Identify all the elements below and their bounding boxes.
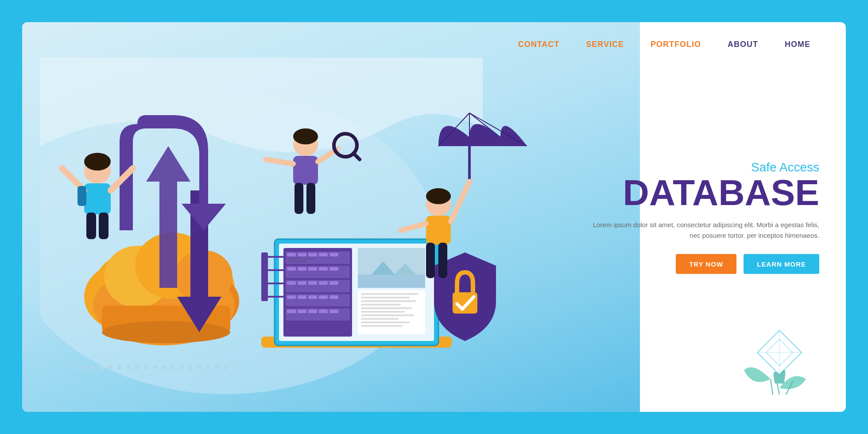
svg-point-94 [426,188,451,204]
svg-point-110 [162,365,166,370]
svg-rect-35 [329,281,338,285]
svg-rect-20 [319,253,328,256]
svg-point-100 [73,365,78,370]
svg-rect-80 [293,156,318,185]
svg-rect-32 [298,281,306,285]
svg-point-116 [215,365,219,370]
svg-point-112 [179,365,184,370]
svg-rect-96 [426,243,435,278]
svg-point-104 [108,365,113,370]
svg-rect-19 [308,253,317,256]
page-container: CONTACT SERVICE PORTFOLIO ABOUT HOME [22,22,846,412]
svg-rect-33 [308,281,317,285]
try-now-button[interactable]: TRY NOW [676,254,736,274]
svg-point-113 [188,365,193,370]
svg-rect-28 [319,267,328,271]
svg-rect-34 [319,281,328,285]
hero-content: Safe Access DATABASE Lorem ipsum dolor s… [589,160,819,274]
svg-rect-95 [426,216,451,244]
svg-rect-52 [358,275,425,288]
svg-line-122 [771,379,773,395]
nav-contact[interactable]: CONTACT [518,40,560,49]
svg-point-109 [153,365,157,370]
svg-point-101 [82,365,86,370]
svg-point-117 [224,365,228,370]
svg-rect-45 [308,310,317,313]
svg-rect-23 [287,260,307,262]
svg-point-111 [170,365,175,370]
svg-rect-72 [84,183,111,214]
svg-rect-29 [329,267,338,271]
svg-rect-17 [287,253,296,256]
svg-rect-73 [86,213,96,239]
svg-point-71 [84,153,111,170]
svg-point-107 [135,365,140,370]
hero-description: Lorem ipsum dolor sit amet, consectetur … [589,220,819,241]
svg-rect-31 [287,281,296,285]
nav-service[interactable]: SERVICE [586,40,624,49]
learn-more-button[interactable]: LEARN MORE [744,254,819,274]
svg-rect-44 [298,310,306,313]
database-title: DATABASE [589,174,819,211]
svg-rect-21 [329,253,338,256]
svg-rect-74 [99,213,108,239]
svg-point-105 [117,365,122,370]
svg-rect-56 [361,300,416,302]
svg-rect-62 [361,322,410,323]
svg-rect-46 [319,310,328,313]
svg-rect-18 [298,253,306,256]
svg-point-108 [144,365,148,370]
svg-point-9 [102,321,230,343]
navigation: CONTACT SERVICE PORTFOLIO ABOUT HOME [483,22,846,67]
svg-line-98 [451,182,469,221]
svg-rect-58 [361,307,412,309]
svg-rect-59 [361,311,405,313]
svg-rect-25 [287,267,296,271]
nav-about[interactable]: ABOUT [728,40,758,49]
svg-point-102 [91,365,95,370]
svg-point-115 [206,365,210,370]
svg-rect-37 [287,295,296,299]
nav-home[interactable]: HOME [785,40,810,49]
svg-rect-27 [308,267,317,271]
svg-rect-39 [308,295,317,299]
svg-point-79 [293,128,318,144]
svg-rect-60 [361,314,414,316]
svg-rect-82 [306,183,315,214]
svg-rect-63 [361,325,403,327]
svg-point-103 [100,365,104,370]
plant-decoration [735,326,824,399]
svg-rect-97 [438,243,447,278]
svg-rect-41 [329,295,338,299]
svg-rect-57 [361,304,401,306]
svg-rect-61 [361,318,399,320]
svg-rect-68 [261,252,268,301]
svg-rect-26 [298,267,306,271]
svg-rect-43 [287,310,296,313]
svg-point-114 [197,365,202,370]
illustration-area [40,58,527,394]
svg-rect-47 [329,310,338,313]
svg-rect-38 [298,295,306,299]
svg-point-106 [126,365,131,370]
svg-point-86 [337,137,353,153]
svg-line-123 [777,384,779,395]
cta-buttons: TRY NOW LEARN MORE [589,254,819,274]
svg-rect-55 [361,297,410,298]
svg-rect-77 [78,186,86,206]
svg-rect-81 [294,183,303,214]
svg-rect-40 [319,295,328,299]
svg-rect-54 [361,293,418,295]
nav-portfolio[interactable]: PORTFOLIO [651,40,701,49]
svg-rect-22 [287,258,314,260]
